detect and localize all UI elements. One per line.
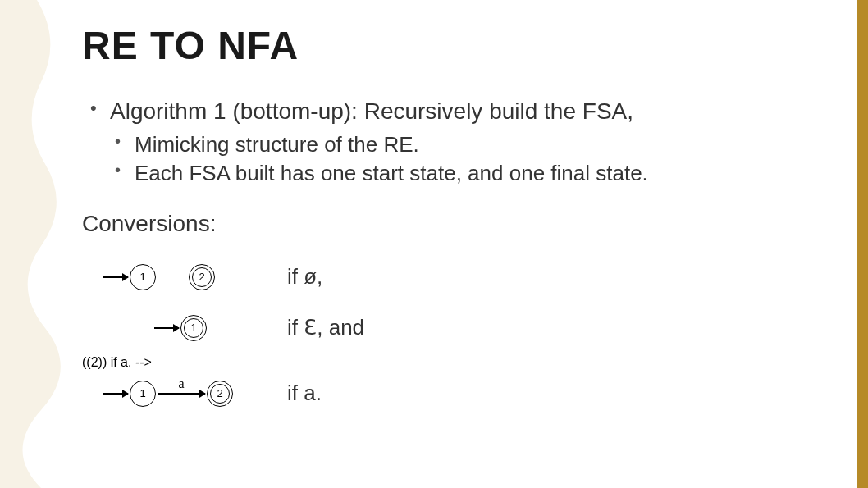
diagram-empty: 1 2	[82, 259, 279, 295]
sub-bullet-mimicking: Mimicking structure of the RE.	[110, 130, 843, 159]
accent-stripe	[857, 0, 868, 488]
slide-title: RE TO NFA	[82, 23, 843, 68]
arrow-icon: a	[158, 393, 205, 395]
conversion-desc: if a.	[279, 381, 322, 406]
diagram-epsilon: 1	[82, 310, 279, 346]
state-node: 1	[130, 264, 156, 290]
state-node: 1	[130, 381, 156, 407]
conversion-desc: if Ɛ, and	[279, 315, 364, 340]
slide-content: RE TO NFA Algorithm 1 (bottom-up): Recur…	[82, 23, 843, 421]
arrow-icon	[154, 327, 179, 329]
conversion-row-epsilon: 1 if Ɛ, and	[82, 304, 843, 352]
conversion-row-empty: 1 2 if ø,	[82, 253, 843, 301]
final-state-node: 2	[207, 381, 233, 407]
conversion-desc: if ø,	[279, 264, 322, 290]
bullet-text: Algorithm 1 (bottom-up): Recursively bui…	[110, 98, 633, 124]
arrow-icon	[103, 393, 128, 395]
diagram-symbol: 1 a 2	[82, 376, 279, 412]
conversions-heading: Conversions:	[82, 211, 843, 237]
final-state-node: 2	[189, 264, 215, 290]
conversion-rows: 1 2 if ø, 1 if Ɛ, and ((2)) if a. --> 1	[82, 253, 843, 417]
conversion-row-symbol: 1 a 2 if a.	[82, 370, 843, 417]
bullet-list: Algorithm 1 (bottom-up): Recursively bui…	[82, 96, 843, 188]
edge-label: a	[178, 376, 184, 391]
sub-bullet-eachfsa: Each FSA built has one start state, and …	[110, 159, 843, 188]
bullet-algorithm: Algorithm 1 (bottom-up): Recursively bui…	[82, 96, 843, 188]
arrow-icon	[103, 276, 128, 278]
final-state-node: 1	[180, 315, 207, 341]
decorative-wave	[0, 0, 74, 488]
sub-bullet-list: Mimicking structure of the RE. Each FSA …	[110, 130, 843, 188]
